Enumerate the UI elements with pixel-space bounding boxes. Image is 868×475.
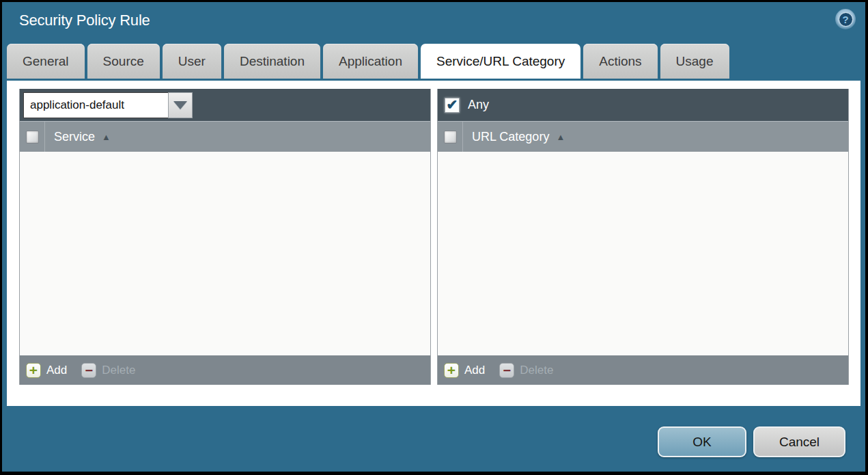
tab-bar: General Source User Destination Applicat… bbox=[7, 44, 729, 79]
tab-actions[interactable]: Actions bbox=[583, 44, 657, 79]
any-checkbox[interactable]: ✔ bbox=[445, 98, 460, 113]
tab-source[interactable]: Source bbox=[87, 44, 160, 79]
url-category-select-all-cell[interactable] bbox=[438, 122, 463, 152]
service-type-dropdown-button[interactable] bbox=[168, 92, 193, 118]
url-category-list-body bbox=[438, 152, 848, 355]
tab-general[interactable]: General bbox=[7, 44, 85, 79]
service-panel-footer: + Add − Delete bbox=[20, 355, 430, 385]
service-panel-toolbar bbox=[20, 89, 430, 121]
delete-button-label: Delete bbox=[520, 364, 553, 377]
dialog-title: Security Policy Rule bbox=[19, 12, 150, 29]
checkmark-icon: ✔ bbox=[447, 98, 458, 111]
minus-icon: − bbox=[81, 363, 96, 378]
tab-user[interactable]: User bbox=[163, 44, 221, 79]
chevron-down-icon bbox=[173, 101, 187, 109]
panels-container: Service ▲ + Add − Delete bbox=[19, 89, 849, 385]
url-category-column-header[interactable]: URL Category bbox=[472, 130, 549, 144]
url-category-panel: ✔ Any URL Category ▲ + Add bbox=[437, 89, 849, 385]
tab-destination[interactable]: Destination bbox=[224, 44, 320, 79]
service-list-body bbox=[20, 152, 430, 355]
service-type-combo bbox=[23, 92, 193, 118]
service-panel: Service ▲ + Add − Delete bbox=[19, 89, 431, 385]
service-type-input[interactable] bbox=[23, 92, 168, 118]
plus-icon: + bbox=[26, 363, 41, 378]
ok-button[interactable]: OK bbox=[658, 426, 746, 457]
add-button-label: Add bbox=[46, 364, 67, 377]
service-column-header-row: Service ▲ bbox=[20, 121, 430, 152]
add-button-label: Add bbox=[464, 364, 485, 377]
tab-usage[interactable]: Usage bbox=[660, 44, 729, 79]
tab-service-url-category[interactable]: Service/URL Category bbox=[421, 44, 580, 79]
any-checkbox-row: ✔ Any bbox=[445, 98, 489, 113]
service-column-header[interactable]: Service bbox=[54, 130, 95, 144]
service-select-all-checkbox[interactable] bbox=[26, 131, 39, 144]
url-category-column-header-row: URL Category ▲ bbox=[438, 121, 848, 152]
url-category-select-all-checkbox[interactable] bbox=[444, 131, 457, 144]
service-delete-button[interactable]: − Delete bbox=[81, 363, 135, 378]
url-category-add-button[interactable]: + Add bbox=[444, 363, 485, 378]
minus-icon: − bbox=[499, 363, 514, 378]
service-select-all-cell[interactable] bbox=[20, 122, 45, 152]
url-category-panel-footer: + Add − Delete bbox=[438, 355, 848, 385]
url-category-panel-toolbar: ✔ Any bbox=[438, 89, 848, 121]
plus-icon: + bbox=[444, 363, 459, 378]
url-category-delete-button[interactable]: − Delete bbox=[499, 363, 553, 378]
any-checkbox-label: Any bbox=[468, 98, 489, 112]
sort-ascending-icon: ▲ bbox=[556, 132, 565, 142]
cancel-button[interactable]: Cancel bbox=[753, 426, 845, 457]
delete-button-label: Delete bbox=[102, 364, 135, 377]
security-policy-rule-dialog: Security Policy Rule ? General Source Us… bbox=[2, 2, 865, 472]
question-mark-icon: ? bbox=[839, 12, 853, 27]
sort-ascending-icon: ▲ bbox=[102, 132, 111, 142]
tab-content-area: Service ▲ + Add − Delete bbox=[7, 81, 860, 406]
help-icon[interactable]: ? bbox=[835, 9, 856, 29]
tab-application[interactable]: Application bbox=[323, 44, 418, 79]
service-add-button[interactable]: + Add bbox=[26, 363, 67, 378]
